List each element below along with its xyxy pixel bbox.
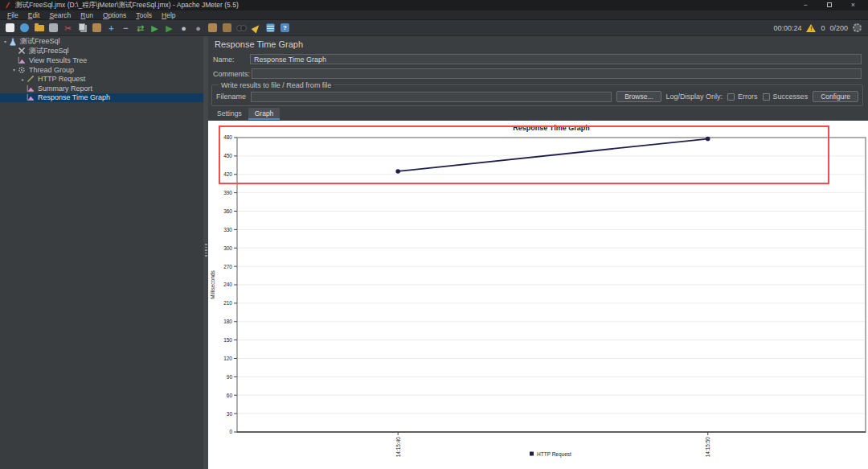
expand-button[interactable]: + [104, 22, 118, 35]
new-file-button[interactable] [3, 22, 17, 35]
stop-icon: ● [181, 22, 186, 35]
toggle-button[interactable]: ⇄ [133, 22, 147, 35]
toolbar: ✂+−⇄▶▶●●? 00:00:24 0 0/200 [0, 20, 868, 36]
disabled-element-icon [18, 47, 26, 55]
help-icon: ? [280, 23, 289, 32]
tree-item-http-request[interactable]: ▸HTTP Request [0, 74, 203, 84]
warning-triangle-icon[interactable] [806, 24, 816, 32]
thread-count: 0/200 [829, 24, 848, 32]
y-tick-label: 240 [223, 282, 232, 287]
title-bar: 测试FreeSql.jmx (D:\_程序\jMeter\测试FreeSql.j… [0, 0, 868, 10]
y-tick-label: 150 [223, 337, 232, 343]
tab-settings[interactable]: Settings [211, 108, 248, 120]
menu-bar: File Edit Search Run Options Tools Help [0, 10, 868, 20]
errors-checkbox[interactable] [727, 93, 735, 101]
elapsed-timer: 00:00:24 [773, 24, 801, 32]
annotation-rectangle [219, 126, 829, 183]
chevron-down-icon[interactable]: ▾ [2, 39, 9, 44]
templates-button[interactable] [18, 22, 31, 35]
response-time-chart: 0306090120150180210240270300330360390420… [208, 121, 868, 469]
tree-item-view-results-tree[interactable]: View Results Tree [0, 56, 203, 65]
configure-button[interactable]: Configure [813, 91, 858, 102]
function-helper-icon [266, 23, 275, 32]
tree-item-response-time-graph[interactable]: Response Time Graph [0, 93, 203, 103]
panel-title: Response Time Graph [215, 39, 303, 49]
tab-graph[interactable]: Graph [248, 108, 280, 120]
cut-button[interactable]: ✂ [61, 22, 75, 35]
y-tick-label: 420 [223, 171, 232, 177]
series-line [398, 139, 708, 171]
y-axis-label: Milliseconds [210, 270, 215, 299]
filename-input[interactable] [251, 92, 612, 102]
menu-options[interactable]: Options [98, 11, 131, 19]
close-button[interactable]: × [851, 0, 855, 10]
y-tick-label: 180 [223, 319, 232, 324]
remote-status-icon [853, 23, 862, 32]
function-helper-button[interactable] [264, 22, 277, 35]
y-tick-label: 390 [223, 190, 232, 195]
shutdown-button[interactable]: ● [191, 22, 205, 35]
legend-label: HTTP Request [537, 451, 571, 458]
tree-item-label: HTTP Request [38, 75, 85, 83]
menu-run[interactable]: Run [76, 11, 98, 19]
write-results-legend: Write results to file / Read from file [219, 81, 334, 89]
start-no-timers-icon: ▶ [166, 22, 172, 35]
menu-tools[interactable]: Tools [131, 11, 157, 19]
tree-item-summary-report[interactable]: Summary Report [0, 84, 203, 93]
successes-label: Successes [773, 93, 809, 101]
y-tick-label: 210 [223, 300, 232, 306]
collapse-button[interactable]: − [119, 22, 133, 35]
comments-input[interactable] [252, 68, 862, 79]
y-tick-label: 30 [227, 411, 233, 417]
test-plan-icon [9, 38, 17, 46]
chevron-down-icon[interactable]: ▾ [10, 67, 18, 72]
write-results-group: Write results to file / Read from file F… [211, 84, 863, 106]
name-input[interactable] [250, 54, 862, 64]
data-point[interactable] [706, 137, 710, 142]
y-tick-label: 330 [223, 227, 232, 232]
menu-file[interactable]: File [2, 11, 23, 19]
tree-item-thread-group[interactable]: ▾Thread Group [0, 65, 203, 75]
maximize-button[interactable] [827, 0, 832, 10]
start-no-timers-button[interactable]: ▶ [162, 22, 176, 35]
minimize-button[interactable]: − [803, 0, 807, 10]
x-tick-label: 14:15:50 [705, 437, 710, 458]
y-tick-label: 450 [223, 153, 232, 158]
open-file-button[interactable] [32, 22, 46, 35]
remote-start-all-button[interactable] [206, 22, 219, 35]
window-title: 测试FreeSql.jmx (D:\_程序\jMeter\测试FreeSql.j… [15, 1, 239, 10]
tree-item-label: Response Time Graph [38, 93, 110, 101]
chart-listener-icon [27, 84, 35, 93]
menu-search[interactable]: Search [44, 11, 76, 19]
paste-button[interactable] [90, 22, 104, 35]
search-button[interactable] [235, 22, 248, 35]
tree-item--freesql[interactable]: ▾测试FreeSql [0, 37, 203, 47]
start-button[interactable]: ▶ [148, 22, 162, 35]
start-icon: ▶ [151, 22, 158, 35]
comments-label: Comments: [213, 70, 250, 78]
shutdown-icon: ● [195, 22, 201, 35]
tree-item-label: 测试FreeSql [29, 46, 69, 56]
chart-listener-icon [18, 56, 26, 64]
remote-shutdown-all-button[interactable] [220, 22, 234, 35]
menu-edit[interactable]: Edit [23, 11, 45, 19]
copy-button[interactable] [76, 22, 89, 35]
clear-all-button[interactable] [249, 22, 263, 35]
x-tick-label: 14:15:40 [395, 437, 401, 458]
save-button[interactable] [47, 22, 60, 35]
save-icon [49, 23, 58, 32]
paste-icon [92, 23, 101, 32]
tree-item--freesql[interactable]: 测试FreeSql [0, 47, 203, 56]
templates-icon [20, 23, 29, 32]
collapse-icon: − [123, 22, 128, 35]
chevron-right-icon[interactable]: ▸ [19, 76, 27, 82]
stop-button[interactable]: ● [177, 22, 190, 35]
copy-icon [79, 23, 85, 31]
new-file-icon [6, 23, 14, 32]
help-button[interactable]: ? [278, 22, 292, 35]
browse-button[interactable]: Browse... [616, 91, 661, 102]
successes-checkbox[interactable] [763, 93, 770, 101]
menu-help[interactable]: Help [157, 11, 180, 19]
data-point[interactable] [395, 169, 400, 174]
filename-label: Filename [216, 93, 246, 101]
